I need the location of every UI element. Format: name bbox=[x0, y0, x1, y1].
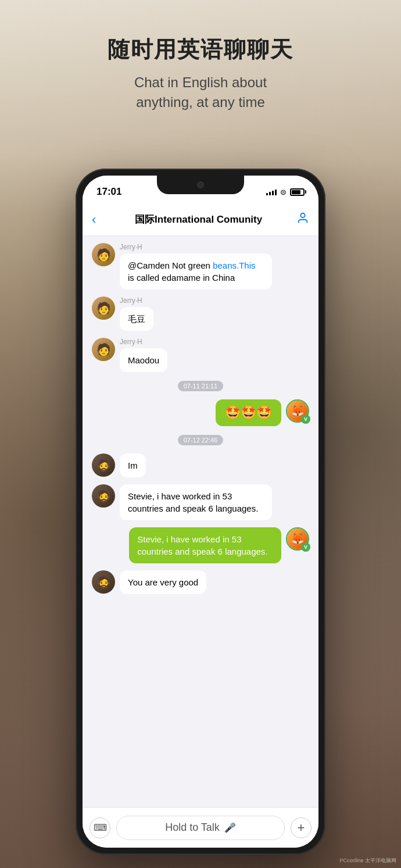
list-item: 🦊 V Stevie, i have worked in 53 countrie… bbox=[92, 527, 309, 563]
message-bubble: You are very good bbox=[120, 570, 206, 594]
microphone-icon: 🎤 bbox=[224, 822, 236, 833]
avatar: 🧑 bbox=[92, 338, 115, 361]
avatar-image: 🧔 bbox=[92, 484, 115, 508]
bottom-bar: ⌨ Hold to Talk 🎤 + bbox=[83, 807, 318, 848]
message-content: Stevie, i have worked in 53 countries an… bbox=[129, 527, 281, 563]
signal-bar-2 bbox=[269, 192, 271, 195]
timestamp-badge: 07-11 21:11 bbox=[178, 381, 224, 391]
plus-icon: + bbox=[298, 820, 305, 835]
phone-notch bbox=[157, 176, 244, 194]
avatar-badge: V bbox=[301, 415, 310, 424]
battery-fill bbox=[292, 190, 300, 194]
signal-bar-3 bbox=[272, 191, 274, 195]
avatar: 🧑 bbox=[92, 297, 115, 320]
wifi-icon: ⊜ bbox=[280, 188, 287, 197]
hold-to-talk-button[interactable]: Hold to Talk 🎤 bbox=[116, 816, 285, 840]
list-item: 🧑 Jerry·H Maodou bbox=[92, 338, 309, 372]
english-subtitle: Chat in English about anything, at any t… bbox=[0, 73, 401, 112]
avatar-image: 🧑 bbox=[92, 338, 115, 361]
phone-camera bbox=[197, 181, 204, 188]
avatar: 🧔 bbox=[92, 453, 115, 477]
message-bubble: Stevie, i have worked in 53 countries an… bbox=[129, 527, 281, 563]
message-content: You are very good bbox=[120, 570, 206, 594]
message-bubble: 🤩🤩🤩 bbox=[216, 399, 281, 426]
back-button[interactable]: ‹ bbox=[92, 212, 96, 227]
message-content: 🤩🤩🤩 bbox=[216, 399, 281, 426]
plus-button[interactable]: + bbox=[291, 817, 312, 838]
status-time: 17:01 bbox=[96, 186, 121, 198]
keyboard-icon: ⌨ bbox=[94, 822, 107, 833]
chinese-title: 随时用英语聊聊天 bbox=[0, 35, 401, 65]
timestamp-badge: 07-12 22:46 bbox=[178, 435, 224, 445]
battery-icon bbox=[290, 188, 305, 196]
message-content: Im bbox=[120, 453, 146, 477]
message-bubble: 毛豆 bbox=[120, 307, 153, 331]
list-item: 🧑 Jerry·H @Camden Not green beans.This i… bbox=[92, 243, 309, 290]
subtitle-line1: Chat in English about bbox=[134, 74, 267, 90]
avatar-image: 🧔 bbox=[92, 453, 115, 477]
avatar-image: 🧑 bbox=[92, 297, 115, 320]
message-bubble: Im bbox=[120, 453, 146, 477]
message-content: Jerry·H @Camden Not green beans.This is … bbox=[120, 243, 272, 290]
chat-header: ‹ 国际International Comunity bbox=[83, 203, 318, 236]
link-text[interactable]: beans.This bbox=[213, 260, 255, 270]
message-content: Jerry·H 毛豆 bbox=[120, 297, 153, 331]
phone-frame: 17:01 ⊜ ‹ 国际International Comunity bbox=[76, 169, 325, 855]
phone-screen: 17:01 ⊜ ‹ 国际International Comunity bbox=[83, 176, 318, 848]
list-item: 🧔 Stevie, i have worked in 53 countries … bbox=[92, 484, 309, 520]
chat-area: 🧑 Jerry·H @Camden Not green beans.This i… bbox=[83, 236, 318, 807]
message-content: Jerry·H Maodou bbox=[120, 338, 167, 372]
message-bubble: @Camden Not green beans.This is called e… bbox=[120, 253, 272, 290]
status-icons: ⊜ bbox=[266, 188, 305, 197]
signal-bar-1 bbox=[266, 193, 268, 195]
message-content: Stevie, i have worked in 53 countries an… bbox=[120, 484, 272, 520]
message-sender: Jerry·H bbox=[120, 338, 167, 346]
timestamp: 07-11 21:11 bbox=[92, 380, 309, 391]
avatar-badge: V bbox=[301, 542, 310, 552]
chat-title: 国际International Comunity bbox=[101, 213, 296, 226]
profile-button[interactable] bbox=[296, 212, 309, 228]
top-text-section: 随时用英语聊聊天 Chat in English about anything,… bbox=[0, 35, 401, 112]
message-bubble: Stevie, i have worked in 53 countries an… bbox=[120, 484, 272, 520]
signal-icon bbox=[266, 188, 277, 195]
signal-bar-4 bbox=[275, 190, 277, 195]
message-sender: Jerry·H bbox=[120, 243, 272, 251]
avatar-image: 🧔 bbox=[92, 570, 115, 594]
avatar: 🧑 bbox=[92, 243, 115, 266]
avatar: 🧔 bbox=[92, 570, 115, 594]
message-bubble: Maodou bbox=[120, 348, 167, 372]
svg-point-0 bbox=[300, 213, 305, 217]
keyboard-button[interactable]: ⌨ bbox=[89, 817, 110, 838]
avatar: 🧔 bbox=[92, 484, 115, 508]
message-sender: Jerry·H bbox=[120, 297, 153, 305]
subtitle-line2: anything, at any time bbox=[136, 94, 264, 110]
hold-to-talk-label: Hold to Talk bbox=[165, 821, 220, 834]
watermark: PCconline 太平洋电脑网 bbox=[339, 857, 396, 865]
avatar-image: 🧑 bbox=[92, 243, 115, 266]
list-item: 🧑 Jerry·H 毛豆 bbox=[92, 297, 309, 331]
list-item: 🦊 V 🤩🤩🤩 bbox=[92, 399, 309, 426]
list-item: 🧔 You are very good bbox=[92, 570, 309, 594]
timestamp: 07-12 22:46 bbox=[92, 434, 309, 445]
list-item: 🧔 Im bbox=[92, 453, 309, 477]
